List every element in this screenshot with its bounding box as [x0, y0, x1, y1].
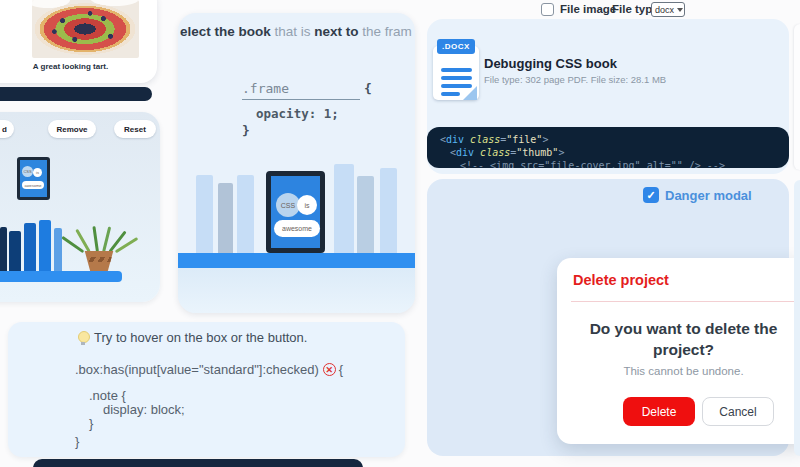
shelf-shadow: [178, 268, 415, 313]
checkmark-icon: ✓: [646, 189, 655, 202]
fruit-tart-image: [34, 3, 136, 55]
file-image-label: File image: [560, 3, 616, 15]
lightbulb-icon: [78, 331, 88, 345]
shelf: [178, 253, 415, 268]
book[interactable]: [24, 223, 36, 271]
bookshelf-demo-panel: d Remove Reset CSS is awesome: [0, 112, 160, 302]
card-edge-sliver: [794, 180, 800, 456]
title-seg: next to: [314, 24, 362, 39]
tart-caption: A great looking tart.: [0, 62, 157, 71]
modal-question: Do you want to delete the project?: [557, 318, 800, 360]
frame-word-css: CSS: [22, 166, 33, 177]
remove-button[interactable]: Remove: [48, 120, 96, 138]
frame-word-awesome: awesome: [274, 220, 320, 237]
file-type-value: docx: [655, 5, 674, 15]
book[interactable]: [54, 228, 62, 271]
dark-code-bar: [0, 87, 152, 101]
code-body: opacity: 1;: [256, 106, 339, 121]
card-edge-sliver: [794, 24, 800, 170]
code-line: .box:has(input[value="standard"]:checked…: [75, 362, 343, 377]
book[interactable]: [218, 183, 233, 253]
doc-line: [441, 68, 472, 72]
plant-pot: [82, 251, 116, 271]
remove-button-label: Remove: [56, 125, 87, 134]
frame-word-is: is: [297, 195, 317, 215]
danger-modal-checkbox[interactable]: ✓: [643, 187, 659, 203]
tart-photo: [32, 0, 139, 58]
partial-button[interactable]: d: [0, 120, 14, 138]
book[interactable]: [0, 227, 7, 271]
hover-hint-text: Try to hover on the box or the button.: [94, 330, 307, 345]
code-line: display: block;: [103, 402, 185, 417]
code-line: .note {: [89, 388, 126, 403]
doc-line: [441, 92, 460, 96]
book[interactable]: [196, 175, 213, 253]
selector-answer-input[interactable]: .frame: [242, 81, 360, 100]
css-frame-picture[interactable]: CSS is awesome: [266, 171, 325, 253]
code-line: <!-- <img src="file-cover.jpg" alt="" />…: [440, 159, 776, 168]
doc-line: [441, 76, 472, 80]
error-circle-icon: ✕: [323, 363, 336, 376]
modal-title: Delete project: [573, 272, 669, 288]
code-line: }: [75, 434, 79, 449]
code-line: <div class="thumb">: [440, 146, 776, 159]
folded-corner-icon: [463, 86, 477, 100]
delete-button[interactable]: Delete: [623, 397, 695, 426]
hover-hint-panel: Try to hover on the box or the button. .…: [8, 322, 405, 457]
code-line: <div class="file">: [440, 133, 776, 146]
hover-hint-heading: Try to hover on the box or the button.: [78, 330, 307, 345]
open-brace: {: [339, 362, 343, 377]
reset-button[interactable]: Reset: [114, 120, 156, 138]
cancel-button[interactable]: Cancel: [702, 397, 774, 426]
title-seg: that is: [275, 24, 315, 39]
question-line1: Do you want to delete the: [590, 320, 778, 337]
title-seg: elect the book: [180, 24, 275, 39]
question-line2: project?: [653, 341, 714, 358]
exercise-title: elect the book that is next to the fram: [180, 24, 412, 39]
css-frame-picture[interactable]: CSS is awesome: [17, 157, 50, 200]
code-line: }: [89, 416, 93, 431]
book[interactable]: [334, 164, 354, 253]
book[interactable]: [9, 231, 21, 271]
html-code-block: <div class="file"> <div class="thumb"> <…: [427, 127, 789, 168]
book[interactable]: [39, 220, 51, 271]
code-open-brace: {: [364, 81, 372, 96]
title-seg: the fram: [362, 24, 412, 39]
select-book-exercise-card: elect the book that is next to the fram …: [178, 13, 415, 313]
modal-note: This cannot be undone.: [557, 365, 800, 377]
danger-modal-label: Danger modal: [665, 188, 752, 203]
tart-card: A great looking tart.: [0, 0, 157, 83]
plant-leaves: [72, 220, 128, 252]
screenshot-collage: A great looking tart. d Remove Reset CSS…: [0, 0, 800, 467]
book[interactable]: [357, 176, 374, 253]
frame-word-awesome: awesome: [22, 181, 44, 189]
book[interactable]: [237, 175, 254, 253]
file-card-meta: File type: 302 page PDF. File size: 28.1…: [484, 74, 666, 85]
partial-button-label: d: [2, 125, 7, 134]
modal-divider: [571, 301, 800, 302]
reset-button-label: Reset: [124, 125, 146, 134]
docx-badge: .DOCX: [437, 39, 475, 54]
file-image-checkbox[interactable]: [541, 3, 554, 16]
code-close-brace: }: [242, 123, 250, 138]
book[interactable]: [380, 168, 397, 253]
frame-word-is: is: [33, 168, 42, 177]
delete-project-modal: Delete project Do you want to delete the…: [557, 258, 800, 444]
file-type-select[interactable]: docx: [651, 2, 685, 17]
dark-code-bar-bottom: [33, 459, 363, 467]
chevron-down-icon: [677, 8, 683, 12]
file-card-title: Debugging CSS book: [484, 56, 617, 71]
shelf: [0, 271, 122, 282]
selector-text: .box:has(input[value="standard"]:checked…: [75, 362, 319, 377]
